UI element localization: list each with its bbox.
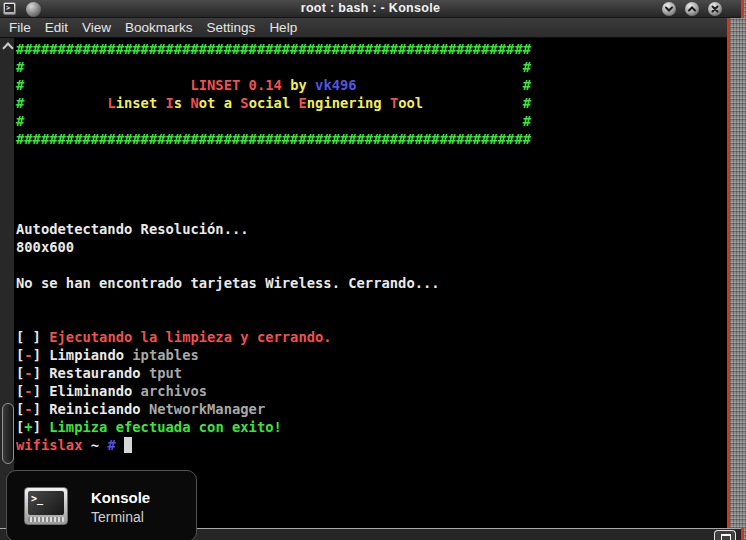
close-icon (710, 4, 720, 14)
minimize-button[interactable] (662, 2, 676, 16)
maximize-button[interactable] (685, 2, 699, 16)
window-title: root : bash : - Konsole (0, 0, 741, 18)
konsole-terminal-icon: >_ (24, 487, 68, 525)
taskbar-corner-button[interactable] (714, 530, 736, 540)
menubar: File Edit View Bookmarks Settings Help (0, 18, 727, 38)
konsole-window-icon[interactable]: > (3, 2, 16, 15)
menu-settings[interactable]: Settings (200, 18, 263, 38)
menu-view[interactable]: View (75, 18, 118, 38)
scrollbar-thumb[interactable] (2, 403, 14, 464)
chevron-down-icon (664, 4, 674, 14)
popup-app-name: Konsole (91, 489, 150, 506)
menu-bookmarks[interactable]: Bookmarks (118, 18, 200, 38)
terminal-screen[interactable]: ########################################… (0, 38, 727, 528)
popup-app-description: Terminal (91, 509, 144, 525)
window-controls (662, 2, 722, 16)
scrollbar[interactable] (0, 38, 15, 528)
window-border-right (727, 18, 730, 528)
chevron-up-icon (687, 4, 697, 14)
window-border-right-bottom (741, 528, 744, 540)
terminal-screen-glyph: >_ (28, 491, 64, 515)
close-button[interactable] (708, 2, 722, 16)
desktop: root : bash : - Konsole > (0, 0, 746, 540)
titlebar[interactable]: root : bash : - Konsole > (0, 0, 741, 18)
window-border-right-top (741, 0, 744, 18)
menu-file[interactable]: File (2, 18, 38, 38)
menu-help[interactable]: Help (262, 18, 304, 38)
sphere-button[interactable] (26, 2, 41, 17)
icon-ridges (28, 517, 64, 522)
menu-edit[interactable]: Edit (38, 18, 75, 38)
window-icon (721, 534, 731, 540)
task-popup[interactable]: >_ Konsole Terminal (6, 470, 197, 540)
scroll-up-arrow-icon[interactable] (2, 42, 13, 53)
desktop-wallpaper-strip (730, 0, 746, 540)
terminal-output: ########################################… (16, 40, 531, 454)
terminal-glyph: > (5, 4, 14, 12)
